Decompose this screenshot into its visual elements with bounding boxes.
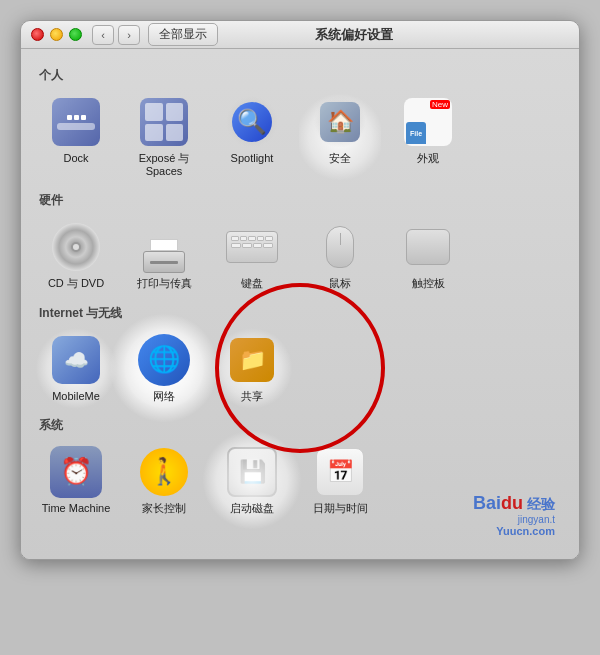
parental-icon-box: 🚶 — [138, 446, 190, 498]
dock-icon — [52, 98, 100, 146]
internet-icon-grid: ☁️ MobileMe 🌐 网络 📁 共享 — [35, 328, 565, 409]
mobileme-icon: ☁️ — [52, 336, 100, 384]
datetime-icon-box: 📅 — [314, 446, 366, 498]
dock-bar — [57, 123, 95, 130]
printer-body — [143, 251, 185, 273]
mouse-label: 鼠标 — [329, 277, 351, 290]
print-icon-box — [138, 221, 190, 273]
trackpad-icon — [406, 229, 450, 265]
maximize-button[interactable] — [69, 28, 82, 41]
startup-icon-box: 💾 — [226, 446, 278, 498]
show-all-button[interactable]: 全部显示 — [148, 23, 218, 46]
expose-item[interactable]: Exposé 与Spaces — [123, 90, 205, 184]
window-title: 系统偏好设置 — [218, 26, 489, 44]
timemachine-label: Time Machine — [42, 502, 111, 515]
system-section-label: 系统 — [39, 417, 565, 434]
network-item[interactable]: 🌐 网络 — [123, 328, 205, 409]
mouse-icon-box — [314, 221, 366, 273]
sharing-label: 共享 — [241, 390, 263, 403]
startup-icon: 💾 — [227, 447, 277, 497]
spotlight-icon-inner: 🔍 — [232, 102, 272, 142]
expose-icon — [140, 98, 188, 146]
personal-section-label: 个人 — [39, 67, 565, 84]
mobileme-item[interactable]: ☁️ MobileMe — [35, 328, 117, 409]
system-preferences-window: ‹ › 全部显示 系统偏好设置 个人 — [20, 20, 580, 560]
timemachine-item[interactable]: ⏰ Time Machine — [35, 440, 117, 521]
security-label: 安全 — [329, 152, 351, 165]
security-icon-inner: 🏠 — [320, 102, 360, 142]
print-label: 打印与传真 — [137, 277, 192, 290]
network-icon: 🌐 — [138, 334, 190, 386]
cd-hole — [71, 242, 81, 252]
timemachine-icon: ⏰ — [50, 446, 102, 498]
appearance-icon: File New — [404, 98, 452, 146]
trackpad-item[interactable]: 触控板 — [387, 215, 469, 296]
keyboard-icon-box — [226, 221, 278, 273]
trackpad-label: 触控板 — [412, 277, 445, 290]
hardware-icon-grid: CD 与 DVD 打印与传真 — [35, 215, 565, 296]
spotlight-icon: 🔍 — [226, 96, 278, 148]
close-button[interactable] — [31, 28, 44, 41]
dock-icon-box — [50, 96, 102, 148]
expose-label: Exposé 与Spaces — [139, 152, 190, 178]
cddvd-label: CD 与 DVD — [48, 277, 104, 290]
nav-buttons: ‹ › — [92, 25, 140, 45]
printer-slot — [150, 261, 178, 264]
parental-label: 家长控制 — [142, 502, 186, 515]
datetime-label: 日期与时间 — [313, 502, 368, 515]
personal-icon-grid: Dock Exposé 与Spaces 🔍 — [35, 90, 565, 184]
datetime-icon: 📅 — [316, 448, 364, 496]
keyboard-item[interactable]: 键盘 — [211, 215, 293, 296]
spotlight-icon-box: 🔍 — [226, 96, 278, 148]
spotlight-item[interactable]: 🔍 Spotlight — [211, 90, 293, 184]
keyboard-icon — [226, 231, 278, 263]
cddvd-icon-box — [50, 221, 102, 273]
watermark-baidu: Baidu经验 — [473, 493, 555, 514]
dock-row-1 — [67, 115, 86, 120]
appearance-item[interactable]: File New 外观 — [387, 90, 469, 184]
watermark-url2: Yuucn.com — [496, 525, 555, 537]
mouse-icon — [326, 226, 354, 268]
network-label: 网络 — [153, 390, 175, 403]
spotlight-label: Spotlight — [231, 152, 274, 165]
traffic-lights — [31, 28, 82, 41]
forward-button[interactable]: › — [118, 25, 140, 45]
security-item[interactable]: 🏠 安全 — [299, 90, 381, 184]
startup-item[interactable]: 💾 启动磁盘 — [211, 440, 293, 521]
titlebar: ‹ › 全部显示 系统偏好设置 — [21, 21, 579, 49]
parental-item[interactable]: 🚶 家长控制 — [123, 440, 205, 521]
trackpad-icon-box — [402, 221, 454, 273]
security-icon-box: 🏠 — [314, 96, 366, 148]
internet-section: ☁️ MobileMe 🌐 网络 📁 共享 — [35, 328, 565, 409]
cddvd-item[interactable]: CD 与 DVD — [35, 215, 117, 296]
datetime-item[interactable]: 📅 日期与时间 — [299, 440, 381, 521]
preferences-content: 个人 Dock — [21, 49, 579, 559]
mouse-item[interactable]: 鼠标 — [299, 215, 381, 296]
hardware-section-label: 硬件 — [39, 192, 565, 209]
sharing-item[interactable]: 📁 共享 — [211, 328, 293, 409]
mobileme-label: MobileMe — [52, 390, 100, 403]
appearance-label: 外观 — [417, 152, 439, 165]
sharing-icon: 📁 — [230, 338, 274, 382]
printer-paper — [150, 239, 178, 251]
watermark: Baidu经验 jingyan.t Yuucn.com — [473, 493, 555, 537]
timemachine-icon-box: ⏰ — [50, 446, 102, 498]
mobileme-icon-box: ☁️ — [50, 334, 102, 386]
security-icon: 🏠 — [314, 96, 366, 148]
appearance-icon-box: File New — [402, 96, 454, 148]
expose-icon-box — [138, 96, 190, 148]
print-item[interactable]: 打印与传真 — [123, 215, 205, 296]
keyboard-label: 键盘 — [241, 277, 263, 290]
minimize-button[interactable] — [50, 28, 63, 41]
startup-label: 启动磁盘 — [230, 502, 274, 515]
network-icon-box: 🌐 — [138, 334, 190, 386]
internet-section-label: Internet 与无线 — [39, 305, 565, 322]
dock-item[interactable]: Dock — [35, 90, 117, 184]
watermark-url: jingyan.t — [518, 514, 555, 525]
back-button[interactable]: ‹ — [92, 25, 114, 45]
sharing-icon-box: 📁 — [226, 334, 278, 386]
parental-icon: 🚶 — [140, 448, 188, 496]
cd-icon — [52, 223, 100, 271]
dock-label: Dock — [63, 152, 88, 165]
